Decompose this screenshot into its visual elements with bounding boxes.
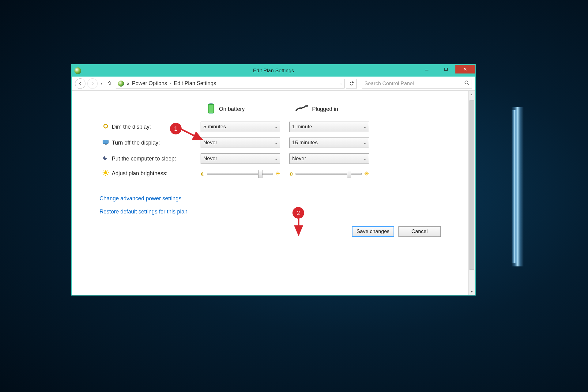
breadcrumb-item[interactable]: Edit Plan Settings [174, 80, 216, 87]
close-button[interactable] [455, 65, 475, 74]
row-brightness: Adjust plan brightness: ◐ ☀ ◐ ☀ [100, 169, 378, 178]
row-label: Adjust plan brightness: [112, 169, 201, 178]
desktop-light-effect [511, 110, 518, 263]
chevron-down-icon: ⌄ [275, 125, 277, 129]
svg-line-5 [468, 84, 469, 85]
history-dropdown[interactable]: ▾ [101, 82, 102, 85]
search-input[interactable] [364, 81, 464, 87]
brightness-high-icon: ☀ [275, 170, 280, 177]
annotation-arrow-2 [294, 218, 306, 239]
brightness-battery-slider[interactable] [207, 173, 273, 175]
forward-button[interactable] [87, 78, 98, 89]
dim-battery-select[interactable]: 5 minutes⌄ [201, 122, 280, 132]
address-dropdown-icon[interactable]: ⌄ [340, 81, 342, 85]
turnoff-plugged-select[interactable]: 15 minutes⌄ [289, 138, 369, 148]
annotation-badge-1: 1 [170, 123, 182, 134]
svg-point-12 [104, 124, 107, 128]
chevron-down-icon: ⌄ [364, 157, 366, 161]
up-button[interactable] [105, 80, 114, 87]
slider-thumb[interactable] [258, 170, 262, 178]
advanced-settings-link[interactable]: Change advanced power settings [100, 195, 453, 202]
column-header-plugged: Plugged in [312, 106, 338, 112]
breadcrumb-separator-icon: ▸ [170, 81, 172, 85]
breadcrumb-prefix: « [126, 80, 130, 87]
save-changes-button[interactable]: Save changes [352, 226, 394, 237]
footer: Save changes Cancel [100, 222, 453, 241]
plug-icon [296, 104, 308, 114]
svg-rect-10 [209, 105, 213, 113]
chevron-down-icon: ⌄ [275, 157, 277, 161]
brightness-plugged-slider[interactable] [296, 173, 362, 175]
chevron-down-icon: ⌄ [364, 141, 366, 145]
svg-rect-14 [105, 144, 107, 145]
scroll-thumb[interactable] [469, 100, 474, 270]
address-bar[interactable]: « Power Options ▸ Edit Plan Settings ⌄ [116, 79, 345, 89]
monitor-icon [102, 141, 109, 147]
svg-line-23 [104, 174, 104, 175]
column-header-battery: On battery [219, 106, 245, 112]
back-button[interactable] [75, 78, 85, 89]
row-dim-display: Dim the display: 5 minutes⌄ 1 minute⌄ [100, 122, 378, 132]
row-label: Put the computer to sleep: [112, 153, 201, 164]
minimize-button[interactable] [417, 65, 436, 74]
svg-line-6 [181, 129, 202, 140]
brightness-low-icon: ◐ [201, 171, 204, 176]
maximize-button[interactable] [436, 65, 455, 74]
svg-rect-1 [444, 68, 447, 70]
svg-point-11 [305, 105, 308, 107]
refresh-button[interactable] [346, 79, 357, 89]
svg-point-4 [465, 81, 468, 84]
svg-line-21 [107, 174, 108, 175]
desktop-light-effect [511, 107, 524, 266]
scroll-down-icon[interactable]: ▾ [469, 288, 475, 295]
toolbar: ▾ « Power Options ▸ Edit Plan Settings ⌄ [72, 77, 475, 91]
row-sleep: Put the computer to sleep: Never⌄ Never⌄ [100, 153, 378, 164]
breadcrumb-item[interactable]: Power Options [132, 80, 167, 87]
vertical-scrollbar[interactable]: ▴ ▾ [468, 91, 475, 295]
location-icon [118, 81, 124, 87]
svg-rect-13 [103, 140, 108, 144]
content-area: 1 2 [72, 91, 468, 295]
annotation-badge-2: 2 [292, 207, 304, 219]
battery-icon [207, 102, 215, 116]
window-title: Edit Plan Settings [72, 68, 475, 74]
search-box[interactable] [362, 79, 472, 89]
turnoff-battery-select[interactable]: Never⌄ [201, 138, 280, 148]
sleep-battery-select[interactable]: Never⌄ [201, 153, 280, 164]
search-icon [464, 80, 469, 87]
brightness-icon [102, 171, 109, 177]
brightness-high-icon: ☀ [364, 170, 369, 177]
sleep-plugged-select[interactable]: Never⌄ [289, 153, 369, 164]
dim-plugged-select[interactable]: 1 minute⌄ [289, 122, 369, 132]
svg-point-15 [104, 171, 107, 174]
chevron-down-icon: ⌄ [275, 141, 277, 145]
row-turn-off-display: Turn off the display: Never⌄ 15 minutes⌄ [100, 138, 378, 148]
annotation-arrow-1 [178, 126, 208, 144]
chevron-down-icon: ⌄ [364, 125, 366, 129]
scroll-up-icon[interactable]: ▴ [469, 91, 475, 97]
brightness-low-icon: ◐ [289, 171, 293, 176]
slider-thumb[interactable] [347, 170, 351, 178]
svg-line-20 [104, 171, 104, 171]
dim-icon [103, 124, 109, 130]
svg-line-22 [107, 171, 108, 171]
cancel-button[interactable]: Cancel [398, 226, 441, 237]
titlebar[interactable]: Edit Plan Settings [72, 65, 475, 77]
moon-icon [103, 156, 109, 162]
restore-defaults-link[interactable]: Restore default settings for this plan [100, 209, 453, 215]
edit-plan-settings-window: Edit Plan Settings ▾ « Power Option [71, 64, 476, 296]
